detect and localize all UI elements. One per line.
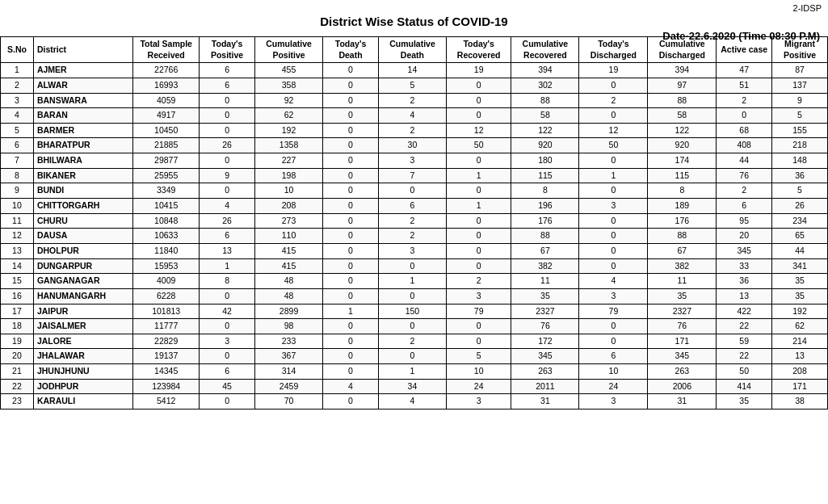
data-cell: 233 [254,334,322,349]
data-cell: 302 [511,78,579,93]
data-cell: 0 [579,183,648,199]
table-row: 21JHUNJHUNU14345631401102631026350208 [1,364,828,380]
data-cell: 8 [511,183,579,199]
data-cell: 35 [772,274,828,289]
data-cell: 88 [648,93,717,108]
data-cell: 4009 [133,274,200,289]
data-cell: 35 [717,394,772,410]
data-cell: 22 [717,349,772,364]
data-cell: 6 [717,199,772,214]
sno-cell: 17 [1,304,34,319]
data-cell: 13 [200,243,255,258]
table-row: 2ALWAR16993635805030209751137 [1,78,828,93]
data-cell: 1 [447,168,511,183]
data-cell: 1 [323,304,379,319]
sno-cell: 19 [1,334,34,349]
report-id: 2-IDSP [0,0,828,13]
data-cell: 11840 [133,243,200,258]
district-name-cell: HANUMANGARH [33,288,132,304]
data-cell: 6 [200,63,255,78]
data-cell: 208 [254,199,322,214]
data-cell: 0 [323,243,379,258]
data-cell: 92 [254,93,322,108]
data-cell: 2 [378,93,446,108]
data-cell: 155 [772,123,828,138]
data-cell: 0 [579,78,648,93]
data-cell: 218 [772,138,828,153]
table-row: 13DHOLPUR11840134150306706734544 [1,243,828,258]
sno-cell: 7 [1,153,34,169]
data-cell: 0 [447,108,511,124]
data-cell: 2 [378,213,446,229]
data-cell: 8 [648,183,717,199]
data-cell: 11 [648,274,717,289]
data-cell: 88 [511,93,579,108]
data-cell: 19 [447,63,511,78]
data-cell: 0 [323,274,379,289]
data-cell: 123984 [133,379,200,394]
data-cell: 1 [378,364,446,380]
data-cell: 31 [648,394,717,410]
data-cell: 0 [323,183,379,199]
data-cell: 110 [254,229,322,244]
data-cell: 15953 [133,258,200,274]
data-cell: 3 [579,199,648,214]
data-cell: 76 [648,319,717,334]
data-cell: 455 [254,63,322,78]
data-cell: 0 [447,153,511,169]
data-cell: 6 [579,349,648,364]
data-cell: 10633 [133,229,200,244]
district-name-cell: JAIPUR [33,304,132,319]
report-date: Date-22.6.2020 (Time 08:30 P.M) [662,30,820,42]
data-cell: 11 [511,274,579,289]
data-cell: 31 [511,394,579,410]
data-cell: 6 [378,199,446,214]
data-cell: 5 [772,183,828,199]
data-cell: 5 [772,108,828,124]
district-name-cell: AJMER [33,63,132,78]
data-cell: 0 [447,183,511,199]
data-cell: 0 [200,349,255,364]
data-cell: 48 [254,288,322,304]
data-cell: 345 [648,349,717,364]
col-header-today-positive: Today's Positive [200,37,255,63]
data-cell: 394 [511,63,579,78]
data-cell: 0 [200,108,255,124]
data-cell: 67 [511,243,579,258]
data-cell: 5412 [133,394,200,410]
data-cell: 1 [579,168,648,183]
data-cell: 5 [378,78,446,93]
table-row: 19JALORE228293233020172017159214 [1,334,828,349]
col-header-cumulative-death: Cumulative Death [378,37,446,63]
col-header-district: District [33,37,132,63]
data-cell: 3 [579,288,648,304]
data-cell: 0 [323,93,379,108]
data-cell: 76 [717,168,772,183]
data-cell: 0 [323,213,379,229]
data-cell: 0 [579,258,648,274]
data-cell: 0 [323,123,379,138]
data-cell: 171 [648,334,717,349]
data-cell: 2 [378,123,446,138]
data-cell: 3349 [133,183,200,199]
data-cell: 20 [717,229,772,244]
data-cell: 2 [378,229,446,244]
data-cell: 0 [579,108,648,124]
data-cell: 36 [772,168,828,183]
data-cell: 25955 [133,168,200,183]
data-cell: 10415 [133,199,200,214]
data-cell: 2 [378,334,446,349]
data-cell: 0 [579,334,648,349]
data-cell: 62 [772,319,828,334]
data-cell: 70 [254,394,322,410]
data-cell: 920 [648,138,717,153]
data-cell: 2 [447,274,511,289]
data-cell: 0 [323,168,379,183]
data-cell: 263 [648,364,717,380]
col-header-today-death: Today's Death [323,37,379,63]
data-cell: 2 [717,93,772,108]
sno-cell: 20 [1,349,34,364]
data-cell: 51 [717,78,772,93]
data-cell: 2459 [254,379,322,394]
data-cell: 358 [254,78,322,93]
